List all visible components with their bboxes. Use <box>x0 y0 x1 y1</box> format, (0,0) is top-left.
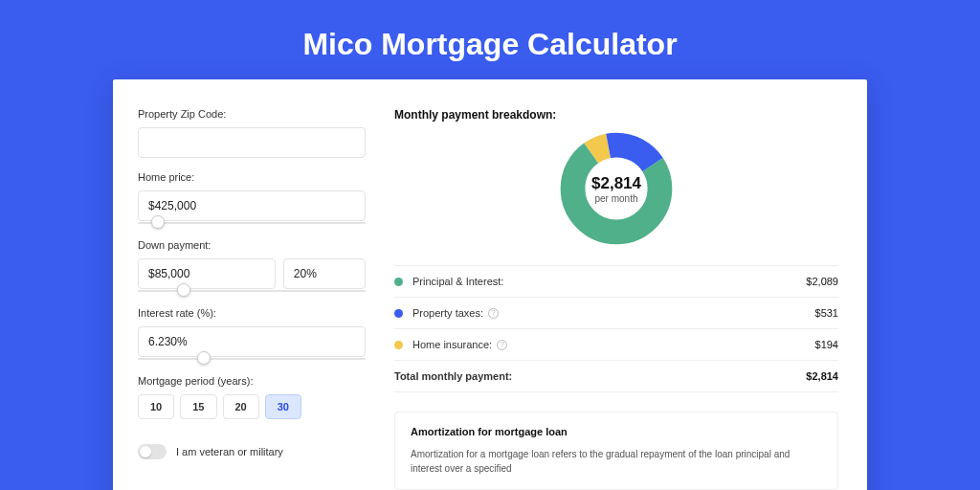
period-field-group: Mortgage period (years): 10152030 <box>138 375 366 419</box>
breakdown-heading: Monthly payment breakdown: <box>394 108 838 122</box>
interest-slider[interactable] <box>138 356 366 362</box>
legend-row: Home insurance:?$194 <box>394 329 838 361</box>
home-price-input[interactable] <box>138 190 366 221</box>
interest-label: Interest rate (%): <box>138 307 366 319</box>
home-price-label: Home price: <box>138 171 366 183</box>
donut-sub: per month <box>594 193 637 204</box>
home-price-slider[interactable] <box>138 220 366 226</box>
amortization-text: Amortization for a mortgage loan refers … <box>411 447 822 476</box>
donut-chart: $2,814 per month <box>559 131 674 246</box>
veteran-toggle[interactable] <box>138 444 167 459</box>
legend-total-label: Total monthly payment: <box>394 370 806 382</box>
donut-wrap: $2,814 per month <box>394 131 838 246</box>
interest-slider-thumb[interactable] <box>197 351 211 365</box>
legend-dot-icon <box>394 309 403 318</box>
legend-total-row: Total monthly payment:$2,814 <box>394 361 838 392</box>
home-price-field-group: Home price: <box>138 171 366 226</box>
form-panel: Property Zip Code: Home price: Down paym… <box>138 108 366 490</box>
down-payment-label: Down payment: <box>138 239 366 251</box>
down-payment-slider[interactable] <box>138 288 366 294</box>
legend-row: Principal & Interest:$2,089 <box>394 266 838 298</box>
amortization-box: Amortization for mortgage loan Amortizat… <box>394 412 838 490</box>
legend-label: Home insurance:? <box>412 339 815 350</box>
help-icon[interactable]: ? <box>497 340 507 350</box>
donut-amount: $2,814 <box>591 174 641 193</box>
legend-value: $2,089 <box>806 276 838 287</box>
legend-value: $194 <box>815 339 838 350</box>
legend-label: Property taxes:? <box>412 307 815 319</box>
period-button-30[interactable]: 30 <box>265 394 301 419</box>
legend-value: $531 <box>815 307 838 319</box>
legend-total-value: $2,814 <box>806 370 838 382</box>
veteran-label: I am veteran or military <box>176 446 283 457</box>
page-title: Mico Mortgage Calculator <box>0 0 980 79</box>
veteran-row: I am veteran or military <box>138 444 366 459</box>
zip-input[interactable] <box>138 127 366 158</box>
down-payment-slider-thumb[interactable] <box>177 283 190 297</box>
down-payment-field-group: Down payment: <box>138 239 366 294</box>
calculator-card: Property Zip Code: Home price: Down paym… <box>113 79 867 490</box>
help-icon[interactable]: ? <box>488 308 499 319</box>
legend: Principal & Interest:$2,089Property taxe… <box>394 265 838 392</box>
amortization-title: Amortization for mortgage loan <box>411 426 822 437</box>
period-label: Mortgage period (years): <box>138 375 366 387</box>
period-button-10[interactable]: 10 <box>138 394 174 419</box>
interest-input[interactable] <box>138 326 366 357</box>
period-options: 10152030 <box>138 394 366 419</box>
legend-dot-icon <box>394 341 403 349</box>
down-payment-input[interactable] <box>138 258 276 289</box>
legend-row: Property taxes:?$531 <box>394 298 838 329</box>
interest-field-group: Interest rate (%): <box>138 307 366 362</box>
period-button-20[interactable]: 20 <box>223 394 259 419</box>
period-button-15[interactable]: 15 <box>180 394 216 419</box>
down-payment-pct-input[interactable] <box>283 258 366 289</box>
breakdown-panel: Monthly payment breakdown: $2,814 per mo… <box>394 108 838 490</box>
zip-label: Property Zip Code: <box>138 108 366 120</box>
legend-dot-icon <box>394 278 403 286</box>
legend-label: Principal & Interest: <box>412 276 806 287</box>
home-price-slider-thumb[interactable] <box>151 215 165 229</box>
zip-field-group: Property Zip Code: <box>138 108 366 158</box>
